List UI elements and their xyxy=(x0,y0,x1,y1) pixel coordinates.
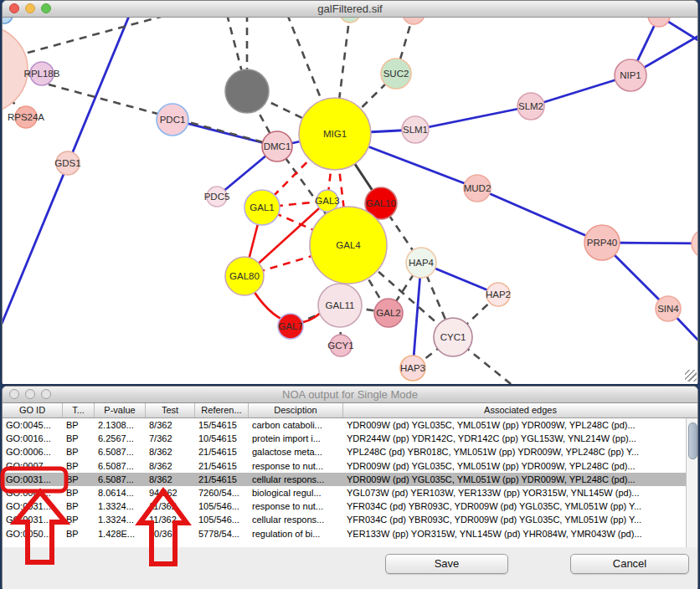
table-cell: YDR244W (pp) YDR142C, YDR142C (pp) YGL15… xyxy=(343,432,697,445)
table-cell: 80/362 xyxy=(146,527,195,540)
table-cell: 1.3324... xyxy=(95,499,146,513)
table-row[interactable]: GO:0045...BP2.1308...8/36215/54615carbon… xyxy=(3,418,697,432)
graph-node-label: GAL3 xyxy=(315,196,339,206)
table-viewport: GO:0045...BP2.1308...8/36215/54615carbon… xyxy=(3,418,697,547)
table-cell: BP xyxy=(63,499,95,513)
table-cell: 6.5087... xyxy=(95,459,146,473)
graph-node-unlabeled[interactable] xyxy=(340,18,360,23)
resize-grip-icon[interactable] xyxy=(685,370,697,382)
graph-window-titlebar[interactable]: galFiltered.sif xyxy=(3,1,697,18)
table-cell: YFR034C (pd) YBR093C, YDR009W (pd) YGL03… xyxy=(343,513,697,526)
column-header-associated-edges[interactable]: Associated edges xyxy=(343,403,697,417)
table-cell: protein import i... xyxy=(249,432,343,445)
table-row[interactable]: GO:0031...BP1.3324...11/362105/546...cel… xyxy=(3,513,697,526)
close-button[interactable] xyxy=(9,3,19,13)
table-cell: carbon cataboli... xyxy=(249,418,343,432)
table-cell: 94/362 xyxy=(146,486,195,499)
vertical-scrollbar[interactable] xyxy=(686,418,697,547)
table-cell: YDR009W (pd) YGL035C, YML051W (pp) YDR00… xyxy=(343,418,697,432)
table-cell: 8/362 xyxy=(146,445,195,458)
graph-node-label: GAL10 xyxy=(366,198,396,208)
table-row[interactable]: GO:0065...BP8.0614...94/3627260/54...bio… xyxy=(3,486,697,499)
graph-node-label: HAP2 xyxy=(486,289,511,300)
table-cell: 2.1308... xyxy=(95,418,146,432)
table-row[interactable]: GO:0006...BP6.5087...8/36221/54615galact… xyxy=(3,445,697,458)
table-row[interactable]: GO:0050...BP1.428E...80/3625778/54...reg… xyxy=(3,527,697,540)
table-cell: BP xyxy=(63,486,95,499)
close-button[interactable] xyxy=(9,389,19,399)
column-header-p-value[interactable]: P-value xyxy=(95,403,146,417)
table-cell: BP xyxy=(63,445,95,458)
network-canvas[interactable]: RPL18BRPS24AGDS1PDC1DMC1SUC2MIG1SLM1SLM2… xyxy=(3,18,697,384)
table-cell: 8/362 xyxy=(146,459,195,473)
graph-node-label: RPS24A xyxy=(8,112,44,122)
table-cell: GO:0050... xyxy=(3,527,63,540)
table-header-row: GO IDT...P-valueTestReferen...Desciption… xyxy=(3,403,697,418)
graph-node-unlabeled[interactable] xyxy=(648,18,670,27)
scrollbar-thumb[interactable] xyxy=(688,423,697,459)
table-row[interactable]: GO:0007...BP6.5087...8/36221/54615respon… xyxy=(3,459,697,473)
graph-node-label: HAP4 xyxy=(409,258,435,268)
graph-edge[interactable] xyxy=(415,106,531,130)
table-cell: YDR009W (pd) YGL035C, YML051W (pp) YDR00… xyxy=(343,473,697,486)
table-cell: 6.5087... xyxy=(95,473,146,486)
table-cell: BP xyxy=(63,527,95,540)
graph-node-label: GAL1 xyxy=(250,202,274,213)
zoom-button[interactable] xyxy=(41,389,51,399)
table-row[interactable]: GO:0016...BP6.2567...7/36210/54615protei… xyxy=(3,432,697,445)
graph-node-unlabeled[interactable] xyxy=(403,18,425,24)
table-row[interactable]: GO:0031...BP1.3324...11/362105/546...res… xyxy=(3,499,697,513)
graph-edge[interactable] xyxy=(477,188,602,243)
table-cell: GO:0006... xyxy=(3,445,63,458)
table-cell: 21/54615 xyxy=(195,445,249,458)
graph-node-label: GAL7 xyxy=(278,321,302,331)
minimize-button[interactable] xyxy=(25,3,35,13)
column-header-go-id[interactable]: GO ID xyxy=(3,403,63,417)
table-cell: 6.5087... xyxy=(95,445,146,458)
zoom-button[interactable] xyxy=(41,3,51,13)
graph-node-unlabeled[interactable] xyxy=(225,69,269,113)
save-button[interactable]: Save xyxy=(385,554,508,574)
graph-edge[interactable] xyxy=(413,263,421,368)
column-header-referen-[interactable]: Referen... xyxy=(195,403,249,417)
minimize-button[interactable] xyxy=(25,389,35,399)
graph-edge[interactable] xyxy=(28,18,170,53)
graph-node-label: PDC1 xyxy=(160,115,186,125)
column-header-test[interactable]: Test xyxy=(146,403,195,417)
table-cell: BP xyxy=(63,432,95,445)
table-cell: YPL248C (pd) YBR018C, YML051W (pp) YDR00… xyxy=(343,445,697,458)
graph-node-label: SLM1 xyxy=(403,125,428,135)
table-cell: biological regul... xyxy=(249,486,343,499)
cancel-button[interactable]: Cancel xyxy=(570,554,689,574)
graph-node-label: SLM2 xyxy=(518,101,543,111)
table-cell: GO:0031... xyxy=(3,473,63,486)
table-row-selected[interactable]: GO:0031...BP6.5087...8/36221/54615cellul… xyxy=(3,473,697,486)
table-cell: GO:0045... xyxy=(3,418,63,432)
table-cell: BP xyxy=(63,418,95,432)
graph-window: galFiltered.sif RPL18BRPS24AGDS1PDC1DMC1… xyxy=(2,0,698,383)
graph-node-unlabeled[interactable] xyxy=(3,18,13,23)
table-cell: 105/546... xyxy=(195,513,249,526)
graph-node-label: HAP3 xyxy=(400,363,425,373)
column-header-desciption[interactable]: Desciption xyxy=(249,403,343,417)
table-cell: 7260/54... xyxy=(195,486,249,499)
graph-node-label: GAL80 xyxy=(229,271,260,281)
table-cell: 15/54615 xyxy=(195,418,249,432)
table-cell: BP xyxy=(63,459,95,473)
table-cell: 1.3324... xyxy=(95,513,146,526)
table-cell: YER133W (pp) YOR315W, YNL145W (pd) YHR08… xyxy=(343,527,697,540)
table-cell: GO:0016... xyxy=(3,432,63,445)
graph-node-label: SUC2 xyxy=(383,69,409,79)
table-cell: 11/362 xyxy=(146,513,195,526)
noa-window-titlebar[interactable]: NOA output for Single Mode xyxy=(3,387,697,403)
graph-node-label: GAL2 xyxy=(376,308,400,318)
graph-node-label: GAL4 xyxy=(336,240,361,250)
column-header-t-[interactable]: T... xyxy=(63,403,95,417)
graph-node-label: CYC1 xyxy=(440,332,466,342)
table-cell: response to nut... xyxy=(249,499,343,513)
graph-node-label: GDS1 xyxy=(54,158,80,168)
graph-node-label: SIN4 xyxy=(657,304,679,314)
graph-node-label: DMC1 xyxy=(264,141,291,151)
table-cell: response to nut... xyxy=(249,459,343,473)
table-cell: YGL073W (pd) YER103W, YER133W (pp) YOR31… xyxy=(343,486,697,499)
